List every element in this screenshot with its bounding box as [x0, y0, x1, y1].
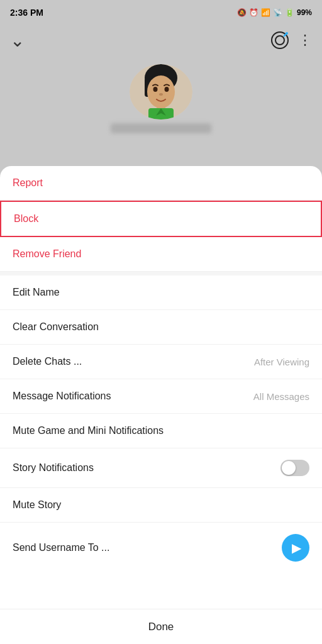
done-bar[interactable]: Done [0, 609, 322, 644]
avatar [130, 64, 192, 119]
mute-story-label: Mute Story [13, 499, 61, 511]
snapchat-camera-icon[interactable] [270, 31, 289, 50]
status-icons: 🔕 ⏰ 📶 📡 🔋 99% [237, 8, 312, 17]
svg-point-10 [159, 93, 163, 96]
story-notifications-toggle[interactable] [280, 460, 309, 476]
send-username-menu-item[interactable]: Send Username To ... ▶ [0, 523, 322, 573]
story-notifications-label: Story Notifications [13, 462, 94, 474]
message-notifications-value: All Messages [253, 391, 309, 402]
svg-point-9 [165, 87, 169, 92]
mute-game-menu-item[interactable]: Mute Game and Mini Notifications [0, 414, 322, 448]
username-blurred [111, 123, 211, 133]
top-bar-right: ⋮ [270, 31, 312, 50]
remove-friend-label: Remove Friend [13, 248, 81, 260]
message-notifications-label: Message Notifications [13, 391, 111, 402]
send-username-label: Send Username To ... [13, 542, 109, 553]
battery-icon: 🔋 [285, 8, 294, 17]
mute-story-menu-item[interactable]: Mute Story [0, 488, 322, 523]
chevron-down-icon[interactable]: ⌄ [10, 30, 25, 51]
delete-chats-menu-item[interactable]: Delete Chats ... After Viewing [0, 345, 322, 379]
report-label: Report [13, 177, 43, 189]
report-menu-item[interactable]: Report [0, 166, 322, 201]
send-arrow-icon: ▶ [292, 540, 301, 555]
svg-point-2 [286, 32, 288, 35]
clear-conversation-label: Clear Conversation [13, 321, 99, 333]
wifi-icon: 📡 [273, 8, 282, 17]
status-time: 2:36 PM [10, 8, 43, 18]
alarm-icon: ⏰ [249, 8, 258, 17]
svg-point-8 [153, 87, 158, 92]
block-menu-item[interactable]: Block [0, 201, 322, 237]
edit-name-menu-item[interactable]: Edit Name [0, 275, 322, 310]
delete-chats-value: After Viewing [254, 357, 309, 367]
more-options-icon[interactable]: ⋮ [298, 32, 312, 48]
remove-friend-menu-item[interactable]: Remove Friend [0, 237, 322, 272]
bell-icon: 🔕 [237, 8, 247, 17]
avatar-section [0, 58, 322, 146]
send-username-button[interactable]: ▶ [282, 534, 309, 562]
mute-game-label: Mute Game and Mini Notifications [13, 425, 164, 436]
block-label: Block [14, 213, 38, 225]
story-notifications-menu-item[interactable]: Story Notifications [0, 448, 322, 488]
signal-icon: 📶 [261, 8, 270, 17]
delete-chats-label: Delete Chats ... [13, 356, 82, 367]
status-bar: 2:36 PM 🔕 ⏰ 📶 📡 🔋 99% [0, 0, 322, 23]
battery-percent: 99% [297, 8, 312, 17]
done-label: Done [148, 621, 174, 633]
top-bar: ⌄ ⋮ [0, 23, 322, 58]
message-notifications-menu-item[interactable]: Message Notifications All Messages [0, 379, 322, 414]
bitmoji-svg [130, 64, 192, 119]
clear-conversation-menu-item[interactable]: Clear Conversation [0, 310, 322, 345]
toggle-knob [282, 461, 296, 475]
svg-point-1 [275, 36, 284, 45]
bottom-sheet: Report Block Remove Friend Edit Name Cle… [0, 166, 322, 644]
svg-point-7 [147, 75, 175, 108]
edit-name-label: Edit Name [13, 287, 60, 298]
